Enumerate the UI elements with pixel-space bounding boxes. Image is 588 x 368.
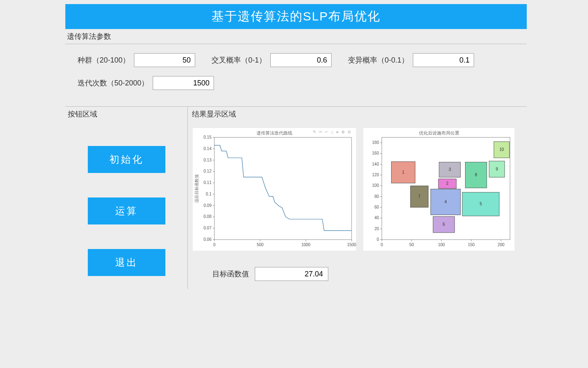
svg-text:100: 100	[438, 242, 445, 247]
svg-text:0: 0	[213, 242, 216, 247]
svg-text:适应目标函数值: 适应目标函数值	[194, 174, 199, 203]
objective-label: 目标函数值	[212, 269, 249, 279]
charts-row: 遗传算法迭代曲线 ✎ ✂ ⤺ ⌂ ⎈ ⊕ ⊖ 0.060.070.080.090…	[188, 121, 527, 255]
exit-button[interactable]: 退出	[88, 249, 165, 276]
svg-text:0.15: 0.15	[204, 135, 212, 139]
svg-text:1500: 1500	[347, 242, 356, 247]
svg-text:60: 60	[374, 205, 379, 209]
svg-text:80: 80	[374, 194, 379, 199]
svg-text:0.12: 0.12	[204, 169, 212, 173]
svg-text:5: 5	[480, 202, 482, 206]
buttons-panel-label: 按钮区域	[65, 107, 187, 126]
iteration-chart-title: 遗传算法迭代曲线	[256, 130, 292, 136]
svg-text:40: 40	[374, 215, 379, 220]
result-panel: 结果显示区域 遗传算法迭代曲线 ✎ ✂ ⤺ ⌂ ⎈ ⊕ ⊖ 0.060.070.…	[188, 107, 527, 289]
run-button[interactable]: 运算	[88, 197, 165, 224]
iterations-label: 迭代次数（50-2000）	[78, 78, 149, 88]
app-window: 基于遗传算法的SLP布局优化 遗传算法参数 种群（20-100） 交叉概率（0-…	[65, 4, 527, 289]
svg-text:3: 3	[449, 167, 451, 172]
svg-text:7: 7	[418, 194, 421, 199]
svg-text:1000: 1000	[301, 242, 311, 247]
svg-text:0.07: 0.07	[204, 226, 212, 230]
svg-text:0.06: 0.06	[204, 237, 212, 242]
svg-text:0.09: 0.09	[204, 203, 212, 208]
svg-text:4: 4	[444, 200, 447, 204]
init-button[interactable]: 初始化	[88, 146, 165, 173]
svg-text:8: 8	[475, 173, 477, 177]
mutation-group: 变异概率（0-0.1）	[348, 53, 474, 67]
svg-text:0.11: 0.11	[204, 180, 212, 185]
param-row-2: 迭代次数（50-2000）	[78, 76, 514, 90]
population-input[interactable]	[134, 53, 195, 67]
svg-text:500: 500	[257, 242, 264, 247]
button-column: 初始化 运算 退出	[65, 126, 187, 276]
svg-text:2: 2	[446, 181, 449, 186]
mutation-input[interactable]	[413, 53, 474, 67]
svg-text:0: 0	[376, 237, 379, 242]
objective-output[interactable]	[255, 267, 328, 281]
svg-text:0.08: 0.08	[204, 214, 212, 219]
population-label: 种群（20-100）	[78, 55, 130, 65]
svg-text:20: 20	[374, 227, 379, 231]
svg-text:180: 180	[372, 140, 379, 145]
crossover-label: 交叉概率（0-1）	[212, 55, 266, 65]
svg-text:150: 150	[468, 242, 475, 247]
lower-area: 按钮区域 初始化 运算 退出 结果显示区域 遗传算法迭代曲线 ✎ ✂ ⤺ ⌂ ⎈…	[65, 106, 527, 289]
params-panel-label: 遗传算法参数	[65, 29, 527, 44]
svg-text:9: 9	[496, 167, 498, 171]
objective-row: 目标函数值	[188, 255, 527, 281]
iteration-chart: 遗传算法迭代曲线 ✎ ✂ ⤺ ⌂ ⎈ ⊕ ⊖ 0.060.070.080.090…	[193, 128, 356, 251]
svg-text:120: 120	[372, 173, 379, 177]
svg-text:50: 50	[409, 242, 414, 247]
layout-chart-title: 优化后设施布局位置	[419, 130, 459, 136]
layout-chart-svg: 0204060801001201401601800501001502001732…	[364, 128, 515, 251]
svg-text:1: 1	[402, 170, 405, 175]
svg-text:140: 140	[372, 162, 379, 166]
svg-text:0.14: 0.14	[204, 146, 212, 151]
svg-text:0: 0	[381, 242, 383, 247]
results-panel-label: 结果显示区域	[188, 107, 527, 121]
svg-text:0.13: 0.13	[204, 158, 212, 162]
iteration-chart-svg: 0.060.070.080.090.10.110.120.130.140.150…	[193, 128, 356, 251]
params-panel: 种群（20-100） 交叉概率（0-1） 变异概率（0-0.1） 迭代次数（50…	[65, 44, 527, 106]
param-row-1: 种群（20-100） 交叉概率（0-1） 变异概率（0-0.1）	[78, 53, 514, 67]
iterations-input[interactable]	[153, 76, 214, 90]
iterations-group: 迭代次数（50-2000）	[78, 76, 214, 90]
title-bar: 基于遗传算法的SLP布局优化	[65, 4, 527, 29]
svg-text:160: 160	[372, 151, 379, 155]
svg-text:10: 10	[499, 147, 504, 152]
button-panel: 按钮区域 初始化 运算 退出	[65, 107, 188, 289]
app-title: 基于遗传算法的SLP布局优化	[212, 9, 381, 23]
crossover-input[interactable]	[270, 53, 332, 67]
svg-text:6: 6	[443, 222, 445, 227]
svg-text:100: 100	[372, 183, 379, 188]
svg-text:200: 200	[498, 242, 505, 247]
chart-toolbar-icons[interactable]: ✎ ✂ ⤺ ⌂ ⎈ ⊕ ⊖	[313, 130, 352, 134]
svg-text:0.1: 0.1	[206, 192, 212, 196]
crossover-group: 交叉概率（0-1）	[212, 53, 332, 67]
population-group: 种群（20-100）	[78, 53, 195, 67]
layout-chart: 优化后设施布局位置 020406080100120140160180050100…	[363, 128, 514, 251]
mutation-label: 变异概率（0-0.1）	[348, 55, 409, 65]
svg-rect-0	[214, 137, 352, 240]
